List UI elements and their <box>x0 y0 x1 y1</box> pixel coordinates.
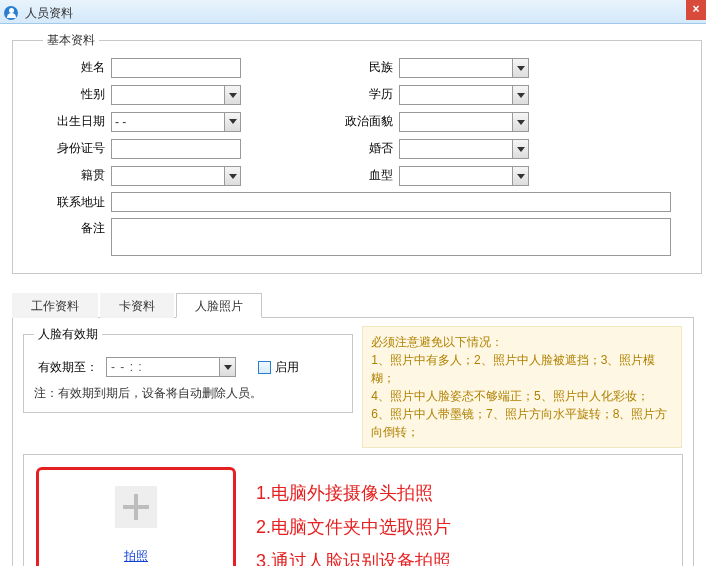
education-select[interactable] <box>399 85 529 105</box>
origin-label: 籍贯 <box>43 167 111 184</box>
valid-until-input[interactable]: - - : : <box>106 357 236 377</box>
tab-card[interactable]: 卡资料 <box>100 293 174 318</box>
warning-line: 1、照片中有多人；2、照片中人脸被遮挡；3、照片模糊； <box>371 351 673 387</box>
tab-panel-face: 人脸有效期 有效期至： - - : : 启用 注：有效期到期后，设备将自动删除人… <box>12 318 694 566</box>
enable-label: 启用 <box>275 359 299 376</box>
warning-line: 6、照片中人带墨镜；7、照片方向水平旋转；8、照片方向倒转； <box>371 405 673 441</box>
chevron-down-icon <box>512 113 528 131</box>
origin-select[interactable] <box>111 166 241 186</box>
chevron-down-icon <box>512 167 528 185</box>
warning-title: 必须注意避免以下情况： <box>371 333 673 351</box>
face-validity-group: 人脸有效期 有效期至： - - : : 启用 注：有效期到期后，设备将自动删除人… <box>23 326 353 413</box>
annotation-line: 3.通过人脸识别设备拍照 <box>256 549 670 566</box>
close-button[interactable]: × <box>686 0 706 20</box>
photo-area: 拍照 从文件选取... 从设备注册... 1.电脑外接摄像头拍照 2.电脑文件夹… <box>23 454 683 566</box>
enable-checkbox[interactable]: 启用 <box>258 359 299 376</box>
tab-work[interactable]: 工作资料 <box>12 293 98 318</box>
valid-until-label: 有效期至： <box>34 359 98 376</box>
name-label: 姓名 <box>43 59 111 76</box>
chevron-down-icon <box>512 59 528 77</box>
address-input[interactable] <box>111 192 671 212</box>
nation-label: 民族 <box>331 59 399 76</box>
window-titlebar: 人员资料 × <box>0 0 706 24</box>
blood-select[interactable] <box>399 166 529 186</box>
checkbox-icon <box>258 361 271 374</box>
chevron-down-icon <box>512 140 528 158</box>
chevron-down-icon <box>224 167 240 185</box>
address-label: 联系地址 <box>43 192 111 211</box>
photo-upload-panel: 拍照 从文件选取... 从设备注册... <box>36 467 236 566</box>
education-label: 学历 <box>331 86 399 103</box>
chevron-down-icon <box>224 86 240 104</box>
gender-label: 性别 <box>43 86 111 103</box>
tab-face[interactable]: 人脸照片 <box>176 293 262 318</box>
basic-info-group: 基本资料 姓名 民族 性别 学历 出生日期 - - 政治面貌 身份证号 婚否 籍… <box>12 32 702 274</box>
nation-select[interactable] <box>399 58 529 78</box>
chevron-down-icon <box>219 358 235 376</box>
politics-label: 政治面貌 <box>331 113 399 130</box>
remark-input[interactable] <box>111 218 671 256</box>
politics-select[interactable] <box>399 112 529 132</box>
remark-label: 备注 <box>43 218 111 237</box>
annotation-line: 1.电脑外接摄像头拍照 <box>256 481 670 505</box>
warning-line: 4、照片中人脸姿态不够端正；5、照片中人化彩妆； <box>371 387 673 405</box>
window-title: 人员资料 <box>25 6 73 20</box>
blood-label: 血型 <box>331 167 399 184</box>
idno-label: 身份证号 <box>43 140 111 157</box>
chevron-down-icon <box>224 113 240 131</box>
chevron-down-icon <box>512 86 528 104</box>
marriage-label: 婚否 <box>331 140 399 157</box>
idno-input[interactable] <box>111 139 241 159</box>
tab-strip: 工作资料 卡资料 人脸照片 <box>12 292 694 318</box>
birthdate-label: 出生日期 <box>43 113 111 130</box>
face-validity-legend: 人脸有效期 <box>34 326 102 343</box>
basic-info-legend: 基本资料 <box>43 32 99 49</box>
add-photo-button[interactable] <box>115 486 157 528</box>
annotation-line: 2.电脑文件夹中选取照片 <box>256 515 670 539</box>
photo-warning: 必须注意避免以下情况： 1、照片中有多人；2、照片中人脸被遮挡；3、照片模糊； … <box>362 326 682 448</box>
marriage-select[interactable] <box>399 139 529 159</box>
take-photo-link[interactable]: 拍照 <box>101 548 171 565</box>
person-icon <box>4 6 18 20</box>
gender-select[interactable] <box>111 85 241 105</box>
annotation-text: 1.电脑外接摄像头拍照 2.电脑文件夹中选取照片 3.通过人脸识别设备拍照 <box>256 467 670 566</box>
name-input[interactable] <box>111 58 241 78</box>
birthdate-input[interactable]: - - <box>111 112 241 132</box>
validity-note: 注：有效期到期后，设备将自动删除人员。 <box>34 385 342 402</box>
